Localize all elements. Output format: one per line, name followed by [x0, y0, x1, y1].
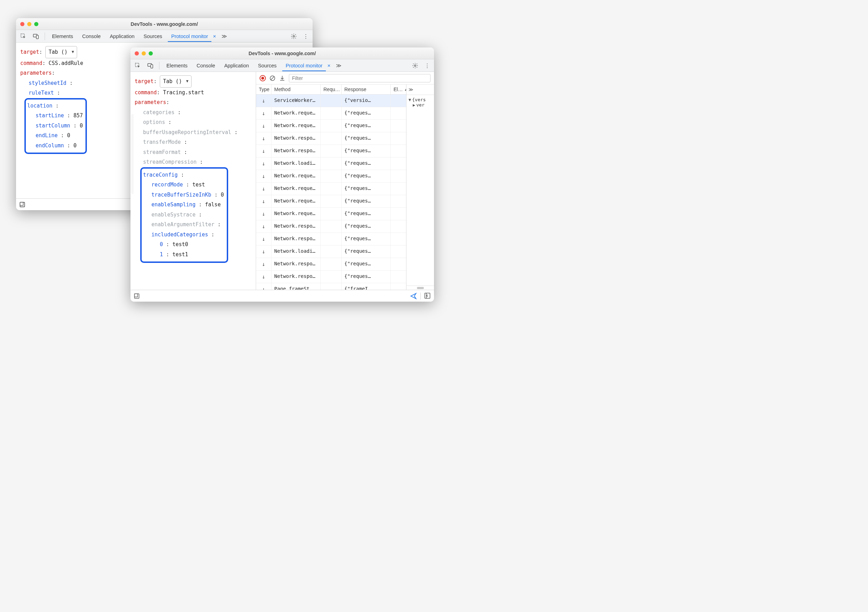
param-key[interactable]: includedCategories — [152, 231, 208, 238]
toggle-sidebar-icon[interactable] — [424, 292, 431, 300]
tab-protocol-monitor[interactable]: Protocol monitor — [282, 60, 326, 71]
param-key[interactable]: 0 — [160, 241, 163, 247]
close-window-icon[interactable] — [135, 51, 139, 56]
param-key[interactable]: startLine — [36, 112, 64, 119]
more-tabs-icon[interactable]: ≫ — [334, 61, 344, 70]
tab-sources[interactable]: Sources — [140, 31, 166, 42]
tab-protocol-monitor[interactable]: Protocol monitor — [168, 31, 212, 42]
command-value[interactable]: Tracing.start — [163, 89, 204, 96]
table-row[interactable]: ↓ Network.reque… {"reques… — [256, 208, 406, 220]
tab-application[interactable]: Application — [221, 60, 253, 71]
inspect-icon[interactable] — [18, 32, 29, 41]
param-key[interactable]: enableArgumentFilter — [152, 221, 215, 228]
dock-side-icon[interactable] — [134, 293, 140, 299]
col-request[interactable]: Requ… — [321, 84, 341, 94]
messages-table[interactable]: Type Method Requ… Response El…▲ ↓ Servic… — [256, 84, 406, 290]
param-value[interactable]: 0 — [79, 123, 83, 129]
dock-side-icon[interactable] — [20, 202, 25, 207]
param-key[interactable]: enableSampling — [152, 202, 195, 208]
target-select[interactable]: Tab () ▼ — [45, 46, 77, 58]
param-value[interactable]: 857 — [73, 112, 83, 119]
send-icon[interactable] — [410, 292, 417, 300]
param-key[interactable]: ruleText — [29, 90, 54, 96]
tab-sources[interactable]: Sources — [255, 60, 280, 71]
param-key[interactable]: streamCompression — [143, 159, 197, 165]
param-value[interactable]: test0 — [172, 241, 188, 247]
tree-node[interactable]: ▼{vers — [408, 97, 432, 102]
table-row[interactable]: ↓ Network.respo… {"reques… — [256, 258, 406, 270]
arrow-down-icon: ↓ — [256, 107, 271, 120]
table-row[interactable]: ↓ Network.loadi… {"reques… — [256, 157, 406, 170]
param-key[interactable]: endLine — [36, 132, 57, 138]
inspect-icon[interactable] — [133, 61, 143, 70]
param-key[interactable]: options — [143, 119, 165, 125]
col-type[interactable]: Type — [256, 84, 271, 94]
table-row[interactable]: ↓ Network.respo… {"reques… — [256, 270, 406, 283]
param-value[interactable]: 0 — [221, 192, 224, 198]
param-value[interactable]: test1 — [172, 252, 188, 258]
tab-console[interactable]: Console — [79, 31, 104, 42]
param-key[interactable]: startColumn — [36, 123, 70, 129]
table-row[interactable]: ↓ Network.respo… {"reques… — [256, 233, 406, 245]
more-columns-icon[interactable]: ≫ — [409, 87, 414, 92]
table-row[interactable]: ↓ Network.respo… {"reques… — [256, 132, 406, 145]
cell-elapsed — [391, 208, 406, 220]
param-key[interactable]: streamFormat — [143, 149, 181, 155]
param-value[interactable]: false — [205, 202, 221, 208]
table-row[interactable]: ↓ Page.frameSt… {"frameI… — [256, 283, 406, 290]
settings-icon[interactable] — [288, 32, 299, 41]
param-value[interactable]: test — [192, 182, 205, 188]
param-key[interactable]: categories — [143, 109, 174, 116]
param-key[interactable]: endColumn — [36, 143, 64, 149]
minimize-window-icon[interactable] — [27, 22, 31, 26]
table-row[interactable]: ↓ Network.loadi… {"reques… — [256, 245, 406, 258]
table-row[interactable]: ↓ Network.reque… {"reques… — [256, 120, 406, 132]
kebab-menu-icon[interactable]: ⋮ — [301, 32, 310, 40]
param-key[interactable]: 1 — [160, 252, 163, 258]
col-response[interactable]: Response — [341, 84, 391, 94]
table-row[interactable]: ↓ Network.respo… {"reques… — [256, 220, 406, 233]
target-select[interactable]: Tab () ▼ — [160, 75, 192, 88]
table-row[interactable]: ↓ Network.reque… {"reques… — [256, 183, 406, 195]
table-row[interactable]: ↓ Network.reque… {"reques… — [256, 107, 406, 120]
tab-application[interactable]: Application — [106, 31, 138, 42]
close-window-icon[interactable] — [20, 22, 25, 26]
minimize-window-icon[interactable] — [142, 51, 146, 56]
tab-elements[interactable]: Elements — [48, 31, 76, 42]
tab-console[interactable]: Console — [193, 60, 219, 71]
close-tab-icon[interactable]: × — [326, 61, 332, 70]
param-key[interactable]: traceBufferSizeInKb — [152, 192, 211, 198]
col-method[interactable]: Method — [271, 84, 321, 94]
table-row[interactable]: ↓ Network.reque… {"reques… — [256, 170, 406, 183]
param-key[interactable]: traceConfig — [143, 172, 178, 178]
scrollbar[interactable] — [417, 287, 424, 289]
more-tabs-icon[interactable]: ≫ — [219, 32, 229, 40]
param-key[interactable]: styleSheetId — [29, 80, 66, 86]
download-icon[interactable] — [279, 75, 285, 81]
device-toggle-icon[interactable] — [31, 32, 41, 41]
param-key[interactable]: recordMode — [152, 182, 183, 188]
maximize-window-icon[interactable] — [34, 22, 39, 26]
param-key[interactable]: bufferUsageReportingInterval — [143, 129, 231, 135]
param-value[interactable]: 0 — [73, 143, 76, 149]
param-key[interactable]: transferMode — [143, 139, 181, 145]
filter-input[interactable]: Filter — [289, 74, 431, 82]
scrollbar[interactable] — [131, 114, 133, 194]
table-row[interactable]: ↓ Network.reque… {"reques… — [256, 195, 406, 208]
command-value[interactable]: CSS.addRule — [48, 60, 83, 66]
table-row[interactable]: ↓ Network.respo… {"reques… — [256, 145, 406, 157]
record-icon[interactable] — [260, 75, 266, 81]
param-value[interactable]: 0 — [67, 132, 70, 138]
col-elapsed[interactable]: El…▲ — [391, 84, 406, 94]
table-row[interactable]: ↓ ServiceWorker… {"versio… — [256, 95, 406, 107]
clear-icon[interactable] — [269, 75, 276, 81]
param-key[interactable]: enableSystrace — [152, 211, 195, 218]
device-toggle-icon[interactable] — [145, 61, 156, 70]
tree-node[interactable]: ▶ver — [408, 102, 432, 107]
kebab-menu-icon[interactable]: ⋮ — [423, 61, 432, 70]
tab-elements[interactable]: Elements — [163, 60, 191, 71]
settings-icon[interactable] — [410, 61, 420, 70]
maximize-window-icon[interactable] — [149, 51, 153, 56]
param-key[interactable]: location — [27, 103, 52, 109]
close-tab-icon[interactable]: × — [211, 32, 217, 40]
